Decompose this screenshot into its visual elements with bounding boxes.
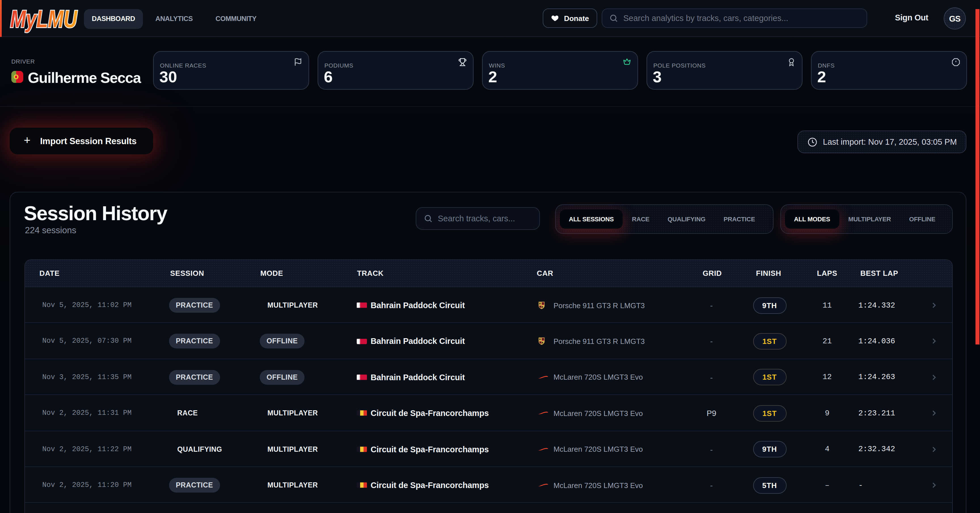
svg-text:MyLMU: MyLMU bbox=[10, 5, 77, 32]
